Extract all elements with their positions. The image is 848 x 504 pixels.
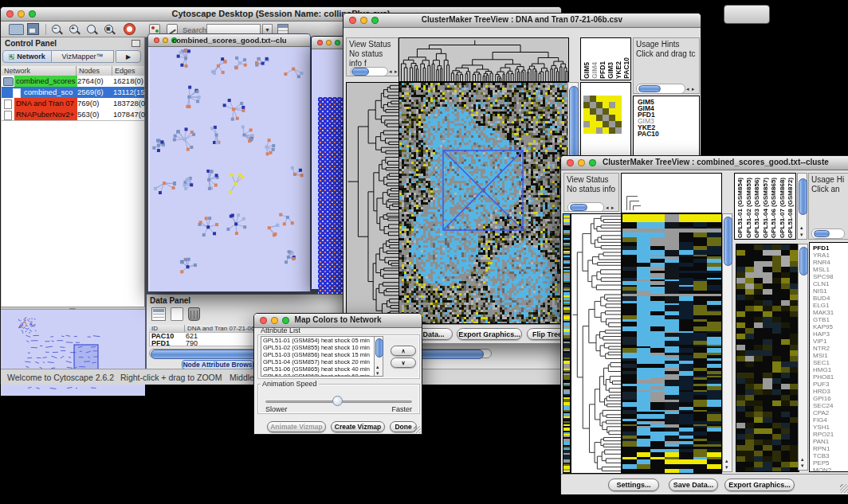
zoom-out-icon[interactable]: −	[52, 25, 61, 33]
tv2-gene-item[interactable]: TCB3	[813, 452, 848, 459]
tv2-column-label[interactable]: GPL51-08 (GSM872)	[787, 178, 795, 238]
tv2-gene-item[interactable]: SEC1	[813, 359, 848, 366]
resize-grip-icon[interactable]	[840, 484, 848, 493]
scroll-left-icon[interactable]: ◂	[606, 205, 609, 210]
tv2-column-label[interactable]: GPL51-07 (GSM868)	[779, 178, 787, 238]
tv2-heatmap[interactable]	[622, 213, 722, 474]
attribute-list-item[interactable]: GPL51-07 (GSM868) heat shock 60 min	[261, 373, 383, 377]
tv1-hints-scrollbar[interactable]	[636, 84, 685, 94]
network-list-row[interactable]: RNAPuberNov2+563(0)107847(0)	[2, 109, 144, 120]
tv2-gene-item[interactable]: NTR2	[813, 345, 848, 352]
scroll-up-icon[interactable]: ▴	[376, 364, 379, 369]
scroll-right-icon[interactable]: ▸	[692, 86, 695, 92]
tab-overflow-button[interactable]: ▶	[116, 50, 141, 63]
close-icon[interactable]	[349, 17, 356, 24]
tv2-gene-item[interactable]: PEP5	[813, 459, 848, 467]
scroll-thumb[interactable]	[638, 85, 661, 92]
tv1-heatmap[interactable]	[398, 82, 569, 324]
scroll-thumb[interactable]	[724, 217, 732, 266]
tv2-gene-item[interactable]: HAP3	[813, 330, 848, 338]
tv1-column-label[interactable]: PAC10	[622, 57, 630, 79]
open-session-icon[interactable]	[9, 24, 24, 35]
minimize-icon[interactable]	[271, 317, 278, 324]
tv2-gene-item[interactable]: RNR4	[813, 259, 848, 266]
tv2-gene-item[interactable]: MSI1	[813, 352, 848, 359]
scroll-thumb[interactable]	[569, 86, 579, 164]
network-tree-area[interactable]	[2, 120, 144, 307]
network-list-row[interactable]: combined_sco2569(6)13112(15)	[2, 87, 144, 98]
network-graph-canvas[interactable]	[150, 47, 310, 291]
tv2-gene-list[interactable]: PFD1YRA1RNR4MSL1SPC98CLN1NIS1BUD4ELG1MAK…	[809, 242, 848, 472]
tv2-column-label[interactable]: GPL51-06 (GSM865)	[770, 178, 778, 238]
scroll-right-icon[interactable]: ▸	[611, 205, 614, 210]
tv1-status-scrollbar[interactable]	[350, 67, 388, 76]
tv1-cluster-matrix[interactable]	[583, 96, 622, 134]
scroll-thumb[interactable]	[799, 247, 808, 275]
attribute-list-item[interactable]: GPL51-02 (GSM855) heat shock 10 min	[261, 344, 383, 351]
speed-slider-thumb[interactable]	[332, 396, 343, 406]
scroll-down-icon[interactable]: ▾	[800, 232, 803, 237]
scroll-thumb[interactable]	[570, 204, 587, 211]
col-header-edges[interactable]: Edges	[112, 66, 144, 76]
map-colors-dialog[interactable]: Map Colors to Network Attribute List GPL…	[253, 313, 422, 435]
tv2-gene-item[interactable]: MON2	[813, 467, 848, 472]
tv2-gene-item[interactable]: MAK31	[813, 309, 848, 316]
network-list-row[interactable]: DNA and Tran 07769(0)183728(0)	[2, 98, 144, 109]
tv2-gene-item[interactable]: RPO21	[813, 431, 848, 438]
minimize-icon[interactable]	[18, 10, 25, 18]
save-session-icon[interactable]	[27, 23, 39, 35]
attribute-select-icon[interactable]	[151, 307, 166, 321]
tv2-gene-item[interactable]: PAN1	[813, 438, 848, 445]
tv2-gene-item[interactable]: GTB1	[813, 316, 848, 323]
close-icon[interactable]	[260, 317, 267, 324]
tv2-cluster-vscrollbar[interactable]: ▴ ▾	[798, 244, 808, 471]
tv2-gene-item[interactable]: NIS1	[813, 287, 848, 295]
attribute-list-item[interactable]: GPL51-01 (GSM854) heat shock 05 min	[261, 337, 383, 344]
tv1-column-label[interactable]: PFD1	[599, 61, 606, 79]
tv2-row-dendrogram[interactable]	[571, 213, 622, 474]
zoom-fit-icon[interactable]: ▣	[104, 25, 113, 33]
tv2-gene-item[interactable]: YRA1	[813, 252, 848, 259]
treeview2-title-bar[interactable]: ClusterMaker TreeView : combined_scores_…	[561, 156, 848, 170]
tv1-row-dendrogram[interactable]	[346, 82, 400, 324]
close-icon[interactable]	[317, 40, 323, 45]
scroll-up-icon[interactable]: ▴	[800, 225, 803, 230]
tv1-column-label[interactable]: YKE2	[614, 61, 622, 79]
tv2-column-dendrogram[interactable]	[621, 173, 722, 213]
move-up-button[interactable]: ∧	[391, 346, 416, 356]
tv2-gene-item[interactable]: HRD3	[813, 388, 848, 395]
settings-button[interactable]: Settings...	[608, 479, 659, 491]
tab-network[interactable]: Network	[2, 50, 52, 63]
scroll-right-icon[interactable]: ▸	[395, 68, 398, 74]
move-down-button[interactable]: ∨	[391, 357, 416, 368]
tv2-gene-item[interactable]: PUF3	[813, 381, 848, 388]
scroll-down-icon[interactable]: ▾	[376, 370, 379, 376]
attribute-list-scrollbar[interactable]: ▴ ▾	[374, 336, 383, 377]
minimize-icon[interactable]	[163, 37, 168, 43]
network-view-window[interactable]: combined_scores_good.txt--cluste...	[147, 33, 311, 292]
tv2-gene-item[interactable]: VIP1	[813, 338, 848, 345]
data-col-id[interactable]: ID	[149, 325, 185, 332]
attribute-list[interactable]: GPL51-01 (GSM854) heat shock 05 minGPL51…	[261, 336, 383, 377]
export-graphics-button[interactable]: Export Graphics...	[724, 479, 795, 491]
treeview1-title-bar[interactable]: ClusterMaker TreeView : DNA and Tran 07-…	[344, 14, 701, 28]
col-header-nodes[interactable]: Nodes	[77, 66, 112, 76]
tv2-gene-item[interactable]: GPI16	[813, 395, 848, 402]
scroll-up-icon[interactable]: ▴	[801, 456, 804, 462]
zoom-selected-icon[interactable]	[87, 25, 96, 33]
close-icon[interactable]	[567, 159, 574, 166]
done-button[interactable]: Done	[390, 421, 417, 432]
create-vizmap-button[interactable]: Create Vizmap	[331, 421, 385, 432]
close-icon[interactable]	[154, 37, 159, 43]
resize-grip-icon[interactable]	[414, 426, 421, 433]
scroll-down-icon[interactable]: ▾	[725, 464, 728, 470]
help-lifesaver-icon[interactable]	[124, 24, 135, 34]
zoom-window-icon[interactable]	[589, 159, 596, 166]
tv2-gene-item[interactable]: YSH1	[813, 424, 848, 431]
tv2-gene-item[interactable]: HMG1	[813, 366, 848, 373]
tv2-gene-item[interactable]: CLN1	[813, 280, 848, 287]
tab-vizmapper[interactable]: VizMapper™	[52, 50, 114, 63]
scroll-up-icon[interactable]: ▴	[725, 458, 728, 463]
scroll-thumb[interactable]	[351, 68, 369, 76]
tv2-status-scrollbar[interactable]	[567, 202, 604, 212]
